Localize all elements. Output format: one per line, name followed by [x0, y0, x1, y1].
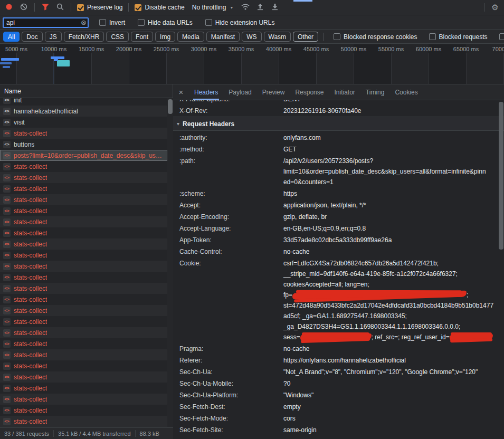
request-row[interactable]: <>stats-collect: [0, 238, 167, 250]
script-icon: <>: [3, 241, 11, 248]
request-list-scrollbar[interactable]: [167, 98, 173, 427]
import-har-button[interactable]: [253, 1, 267, 14]
script-icon: <>: [3, 207, 11, 215]
request-row[interactable]: <>stats-collect: [0, 272, 167, 283]
clear-filter-icon[interactable]: ⊗: [81, 18, 87, 26]
request-row[interactable]: <>stats-collect: [0, 227, 167, 238]
disable-cache-checkbox[interactable]: Disable cache: [132, 4, 186, 11]
filter-input[interactable]: [3, 17, 89, 28]
invert-checkbox[interactable]: Invert: [97, 19, 127, 26]
request-headers-section-header[interactable]: ▾ Request Headers: [173, 117, 504, 131]
tab-timing[interactable]: Timing: [360, 84, 390, 100]
header-value: https: [283, 188, 504, 199]
type-filter-media[interactable]: Media: [177, 32, 204, 42]
header-value-text: "Windows": [283, 392, 313, 399]
export-har-button[interactable]: [268, 1, 282, 14]
request-row[interactable]: <>stats-collect: [0, 250, 167, 261]
header-value: DENY: [283, 100, 504, 104]
scrollbar-thumb[interactable]: [168, 99, 173, 114]
request-row[interactable]: <>stats-collect: [0, 283, 167, 294]
request-row[interactable]: <>stats-collect: [0, 371, 167, 383]
request-row[interactable]: <>stats-collect: [0, 360, 167, 371]
header-name: X-Frame-Options:: [173, 100, 283, 104]
type-filter-other[interactable]: Other: [293, 32, 318, 42]
request-row[interactable]: <>stats-collect: [0, 394, 167, 405]
type-filter-ws[interactable]: WS: [242, 32, 261, 42]
tab-payload[interactable]: Payload: [223, 84, 256, 100]
type-filter-doc[interactable]: Doc: [22, 32, 42, 42]
request-name: stats-collect: [14, 252, 47, 259]
filter-button[interactable]: [39, 1, 52, 14]
request-row[interactable]: <>stats-collect: [0, 183, 167, 194]
network-conditions-button[interactable]: [239, 1, 252, 14]
tab-cookies[interactable]: Cookies: [389, 84, 423, 100]
request-row[interactable]: <>posts?limit=10&order=publish_date_desc…: [0, 150, 167, 161]
request-row[interactable]: <>hannahelizabethofficial: [0, 106, 167, 117]
header-value-line: https: [283, 188, 496, 199]
request-row[interactable]: <>stats-collect: [0, 405, 167, 416]
filter-checkbox-3rd-party-requests[interactable]: 3rd-party requests: [497, 33, 504, 41]
header-value-text: sess=: [283, 333, 300, 341]
search-button[interactable]: [53, 1, 67, 14]
detail-scrollbar-thumb[interactable]: [499, 102, 503, 250]
time-gridline: [204, 53, 204, 84]
hide-data-urls-checkbox[interactable]: Hide data URLs: [136, 19, 195, 26]
header-value: "Not_A Brand";v="8", "Chromium";v="120",…: [283, 367, 504, 377]
type-filter-font[interactable]: Font: [131, 32, 153, 42]
request-row[interactable]: <>stats-collect: [0, 416, 167, 427]
gear-icon: ⚙: [491, 3, 498, 12]
request-row[interactable]: <>stats-collect: [0, 128, 167, 139]
request-row[interactable]: <>stats-collect: [0, 216, 167, 227]
filter-checkbox-blocked-requests[interactable]: Blocked requests: [427, 33, 490, 41]
throttling-dropdown[interactable]: No throttling ▼: [188, 4, 238, 11]
type-filter-css[interactable]: CSS: [106, 32, 129, 42]
request-row[interactable]: <>stats-collect: [0, 194, 167, 205]
tab-headers[interactable]: Headers: [189, 84, 223, 100]
clear-button[interactable]: [17, 1, 31, 14]
network-overview-timeline[interactable]: 5000 ms10000 ms15000 ms20000 ms25000 ms3…: [0, 44, 504, 84]
tab-preview[interactable]: Preview: [257, 84, 290, 100]
headers-panel: X-Frame-Options:DENYX-Of-Rev:20231226191…: [173, 100, 504, 439]
request-name: stats-collect: [14, 385, 47, 392]
header-value-text: cookiesAccepted=all; lang=en;: [283, 281, 369, 288]
time-gridline: [91, 53, 92, 84]
type-filter-fetch-xhr[interactable]: Fetch/XHR: [64, 32, 104, 42]
type-filter-all[interactable]: All: [3, 32, 20, 42]
request-row[interactable]: <>stats-collect: [0, 327, 167, 338]
close-icon[interactable]: ×: [173, 88, 189, 97]
request-row[interactable]: <>stats-collect: [0, 383, 167, 394]
settings-button[interactable]: ⚙: [488, 1, 502, 14]
hide-extension-urls-checkbox[interactable]: Hide extension URLs: [203, 19, 277, 26]
type-filter-img[interactable]: Img: [155, 32, 175, 42]
request-row[interactable]: <>init: [0, 98, 167, 106]
request-row[interactable]: <>stats-collect: [0, 205, 167, 216]
type-filter-manifest[interactable]: Manifest: [206, 32, 240, 42]
tab-response[interactable]: Response: [290, 84, 329, 100]
overview-activity-bar: [57, 60, 70, 66]
filter-checkbox-blocked-response-cookies[interactable]: Blocked response cookies: [331, 33, 419, 41]
header-value-text: csrf=LdfcGX4Sa72db06824c657db26a5d142472…: [283, 260, 439, 267]
record-button[interactable]: [2, 1, 16, 14]
header-name: :scheme:: [173, 188, 283, 199]
request-row[interactable]: <>stats-collect: [0, 161, 167, 172]
request-row[interactable]: <>stats-collect: [0, 316, 167, 327]
header-value: csrf=LdfcGX4Sa72db06824c657db26a5d142472…: [283, 258, 504, 342]
request-row[interactable]: <>stats-collect: [0, 349, 167, 360]
request-row[interactable]: <>stats-collect: [0, 305, 167, 316]
request-row[interactable]: <>stats-collect: [0, 338, 167, 349]
request-row[interactable]: <>stats-collect: [0, 261, 167, 272]
header-value-text: "Not_A Brand";v="8", "Chromium";v="120",…: [283, 368, 478, 376]
preserve-log-checkbox[interactable]: Preserve log: [75, 4, 125, 11]
request-row[interactable]: <>visit: [0, 117, 167, 128]
request-list-pane: Name <>init<>hannahelizabethofficial<>vi…: [0, 84, 173, 439]
name-column-header[interactable]: Name: [0, 84, 173, 98]
type-filter-wasm[interactable]: Wasm: [264, 32, 291, 42]
type-filter-js[interactable]: JS: [45, 32, 62, 42]
request-name: stats-collect: [14, 362, 47, 370]
checkbox-unchecked-icon: [99, 19, 106, 26]
tab-initiator[interactable]: Initiator: [329, 84, 360, 100]
name-column-label: Name: [4, 88, 21, 95]
request-row[interactable]: <>stats-collect: [0, 172, 167, 183]
request-row[interactable]: <>stats-collect: [0, 294, 167, 305]
request-row[interactable]: <>buttons: [0, 139, 167, 150]
